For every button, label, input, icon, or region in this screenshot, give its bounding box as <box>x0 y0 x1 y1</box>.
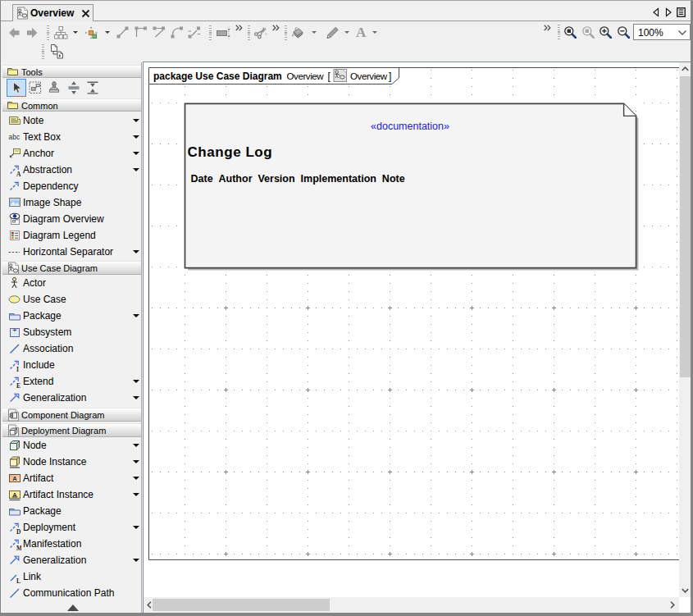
svg-text:M: M <box>16 545 21 551</box>
svg-text:Change Log: Change Log <box>188 144 273 160</box>
svg-text:Overview: Overview <box>287 71 325 81</box>
svg-text:package Use Case Diagram: package Use Case Diagram <box>153 71 282 82</box>
svg-text:D: D <box>16 528 21 535</box>
svg-text:«documentation»: «documentation» <box>371 121 449 132</box>
svg-text:Date Author Version Impleme: Date Author Version Implementation Note <box>191 173 405 185</box>
svg-text:abc: abc <box>9 133 21 141</box>
svg-text:A: A <box>16 171 21 177</box>
svg-text:E: E <box>16 382 21 389</box>
svg-text:]: ] <box>389 71 391 82</box>
svg-text:A: A <box>12 475 17 482</box>
svg-text:L: L <box>16 577 21 584</box>
svg-text:I: I <box>16 366 19 372</box>
svg-text:Overview: Overview <box>350 71 388 81</box>
